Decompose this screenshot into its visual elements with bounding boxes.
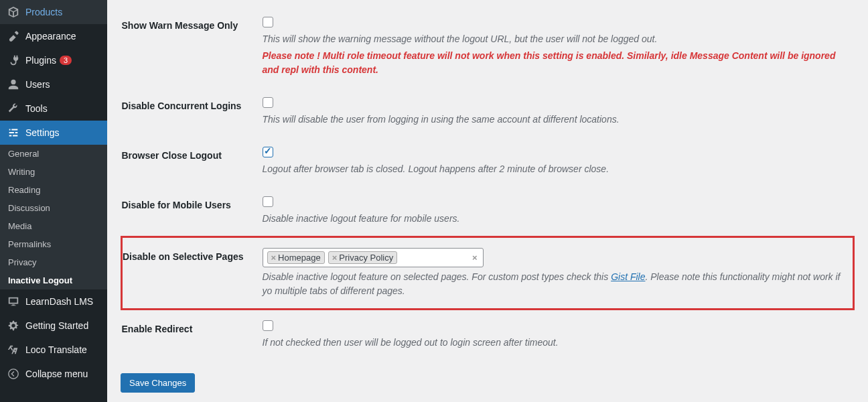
checkbox-mobile-users[interactable] (263, 196, 273, 207)
checkbox-concurrent-logins[interactable] (263, 97, 273, 108)
collapse-icon (7, 367, 20, 381)
row-selective-pages: Disable on Selective Pages × Homepage × … (122, 237, 854, 310)
label-selective-pages: Disable on Selective Pages (122, 237, 256, 310)
menu-collapse[interactable]: Collapse menu (0, 362, 107, 386)
wrench-icon (7, 102, 20, 115)
tag-remove-icon[interactable]: × (271, 253, 277, 263)
svg-point-0 (9, 369, 18, 379)
label-warn-message: Show Warn Message Only (122, 7, 256, 87)
desc-concurrent-logins: This will disable the user from logging … (263, 113, 847, 127)
menu-appearance[interactable]: Appearance (0, 24, 107, 48)
box-icon (7, 5, 20, 19)
select-selective-pages[interactable]: × Homepage × Privacy Policy × (263, 248, 484, 267)
row-warn-message: Show Warn Message Only This will show th… (122, 7, 854, 87)
translate-icon (7, 343, 20, 356)
tag-remove-icon[interactable]: × (332, 253, 338, 263)
menu-products[interactable]: Products (0, 0, 107, 24)
submenu-media[interactable]: Media (0, 217, 107, 235)
gist-file-link[interactable]: Gist File (611, 271, 645, 282)
submenu-permalinks[interactable]: Permalinks (0, 235, 107, 253)
brush-icon (7, 29, 20, 43)
desc-browser-close: Logout after browser tab is closed. Logo… (263, 162, 847, 176)
submenu-privacy[interactable]: Privacy (0, 253, 107, 271)
label-concurrent-logins: Disable Concurrent Logins (122, 87, 256, 137)
label-mobile-users: Disable for Mobile Users (122, 186, 256, 237)
submenu-reading[interactable]: Reading (0, 181, 107, 199)
row-enable-redirect: Enable Redirect If not checked then user… (122, 310, 854, 360)
submenu-writing[interactable]: Writing (0, 163, 107, 181)
settings-form-table: Show Warn Message Only This will show th… (121, 7, 855, 360)
note-warn-message: Please note ! Multi role timeout feature… (263, 49, 847, 77)
plugins-badge: 3 (60, 56, 72, 65)
save-button[interactable]: Save Changes (121, 373, 195, 393)
desc-enable-redirect: If not checked then user will be logged … (263, 336, 847, 350)
row-mobile-users: Disable for Mobile Users Disable inactiv… (122, 186, 854, 237)
menu-users[interactable]: Users (0, 72, 107, 96)
plug-icon (7, 54, 20, 67)
admin-sidebar: Products Appearance Plugins 3 Users Tool… (0, 0, 107, 402)
menu-loco[interactable]: Loco Translate (0, 338, 107, 362)
desc-mobile-users: Disable inactive logout feature for mobi… (263, 212, 847, 226)
submenu-discussion[interactable]: Discussion (0, 199, 107, 217)
settings-content: Show Warn Message Only This will show th… (107, 0, 868, 402)
desc-warn-message: This will show the warning message witho… (263, 32, 847, 46)
desc-selective-pages: Disable inactive logout feature on selec… (263, 270, 847, 298)
menu-tools[interactable]: Tools (0, 96, 107, 121)
submenu-inactive-logout[interactable]: Inactive Logout (0, 271, 107, 289)
row-concurrent-logins: Disable Concurrent Logins This will disa… (122, 87, 854, 137)
menu-getting-started[interactable]: Getting Started (0, 314, 107, 338)
row-browser-close: Browser Close Logout Logout after browse… (122, 137, 854, 186)
menu-settings[interactable]: Settings (0, 121, 107, 145)
label-browser-close: Browser Close Logout (122, 137, 256, 186)
tag-homepage: × Homepage (267, 251, 325, 264)
checkbox-enable-redirect[interactable] (263, 320, 273, 331)
menu-plugins[interactable]: Plugins 3 (0, 48, 107, 72)
gear-icon (7, 319, 20, 332)
submenu-general[interactable]: General (0, 145, 107, 163)
label-enable-redirect: Enable Redirect (122, 310, 256, 360)
user-icon (7, 78, 20, 91)
monitor-icon (7, 295, 20, 308)
checkbox-browser-close[interactable] (263, 147, 273, 157)
settings-submenu: General Writing Reading Discussion Media… (0, 145, 107, 289)
clear-all-icon[interactable]: × (472, 253, 478, 263)
checkbox-warn-message[interactable] (263, 17, 273, 27)
tag-privacy-policy: × Privacy Policy (328, 251, 398, 264)
sliders-icon (7, 126, 20, 139)
menu-learndash[interactable]: LearnDash LMS (0, 289, 107, 314)
